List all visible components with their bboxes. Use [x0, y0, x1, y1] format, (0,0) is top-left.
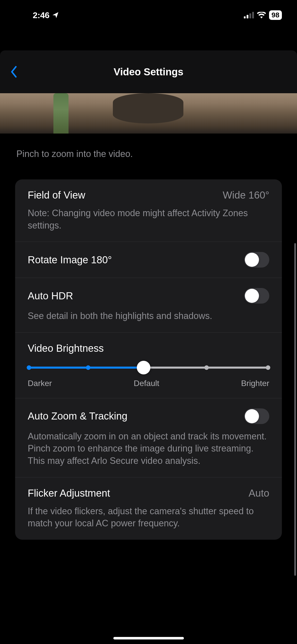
chevron-left-icon: [10, 66, 17, 78]
auto-zoom-row: Auto Zoom & Tracking Automatically zoom …: [15, 398, 282, 477]
svg-rect-1: [247, 15, 248, 18]
auto-hdr-desc: See detail in both the highlights and sh…: [28, 310, 269, 322]
field-of-view-label: Field of View: [28, 189, 85, 201]
slider-track: [28, 367, 269, 369]
auto-hdr-label: Auto HDR: [28, 290, 73, 302]
video-preview[interactable]: [0, 93, 297, 134]
cellular-signal-icon: [244, 12, 254, 18]
scroll-indicator[interactable]: [294, 243, 296, 576]
settings-card: Field of View Wide 160° Note: Changing v…: [15, 179, 282, 540]
field-of-view-note: Note: Changing video mode might affect A…: [28, 207, 269, 232]
auto-hdr-toggle[interactable]: [244, 288, 269, 304]
video-brightness-row: Video Brightness Darker Default Brighter: [15, 333, 282, 398]
flicker-adjustment-label: Flicker Adjustment: [28, 488, 110, 499]
auto-hdr-row: Auto HDR See detail in both the highligh…: [15, 278, 282, 333]
flicker-adjustment-desc: If the video flickers, adjust the camera…: [28, 505, 269, 530]
svg-rect-3: [252, 12, 254, 18]
pinch-zoom-hint: Pinch to zoom into the video.: [0, 134, 297, 179]
nav-bar: Video Settings: [0, 50, 297, 93]
field-of-view-row[interactable]: Field of View Wide 160° Note: Changing v…: [15, 179, 282, 242]
slider-tick: [86, 365, 90, 370]
battery-indicator: 98: [269, 10, 282, 20]
field-of-view-value: Wide 160°: [223, 189, 269, 201]
status-right: 98: [244, 10, 282, 20]
flicker-adjustment-row[interactable]: Flicker Adjustment Auto If the video fli…: [15, 477, 282, 540]
svg-rect-0: [244, 16, 246, 18]
auto-zoom-desc: Automatically zoom in on an object and t…: [28, 430, 269, 467]
video-brightness-label: Video Brightness: [28, 343, 104, 354]
auto-zoom-label: Auto Zoom & Tracking: [28, 410, 127, 422]
slider-label-brighter: Brighter: [241, 379, 269, 388]
rotate-image-row: Rotate Image 180°: [15, 242, 282, 278]
slider-label-darker: Darker: [28, 379, 52, 388]
brightness-slider[interactable]: Darker Default Brighter: [28, 367, 269, 388]
slider-tick: [27, 365, 31, 370]
auto-zoom-toggle[interactable]: [244, 408, 269, 424]
slider-tick: [266, 365, 270, 370]
wifi-icon: [257, 12, 266, 18]
svg-rect-2: [249, 13, 251, 18]
back-button[interactable]: [6, 64, 21, 79]
status-bar: 2:46 98: [0, 0, 297, 30]
rotate-image-label: Rotate Image 180°: [28, 254, 112, 266]
toggle-knob: [245, 289, 259, 303]
page-title: Video Settings: [0, 66, 297, 78]
slider-thumb[interactable]: [137, 361, 150, 374]
status-time: 2:46: [33, 10, 49, 20]
slider-label-default: Default: [134, 379, 159, 388]
rotate-image-toggle[interactable]: [244, 252, 269, 268]
slider-labels: Darker Default Brighter: [28, 379, 269, 388]
slider-tick: [204, 365, 209, 370]
toggle-knob: [245, 409, 259, 423]
battery-level: 98: [272, 11, 279, 19]
toggle-knob: [245, 253, 259, 267]
location-icon: [52, 12, 59, 19]
flicker-adjustment-value: Auto: [249, 488, 269, 499]
home-indicator[interactable]: [113, 637, 184, 639]
status-left: 2:46: [33, 10, 59, 20]
